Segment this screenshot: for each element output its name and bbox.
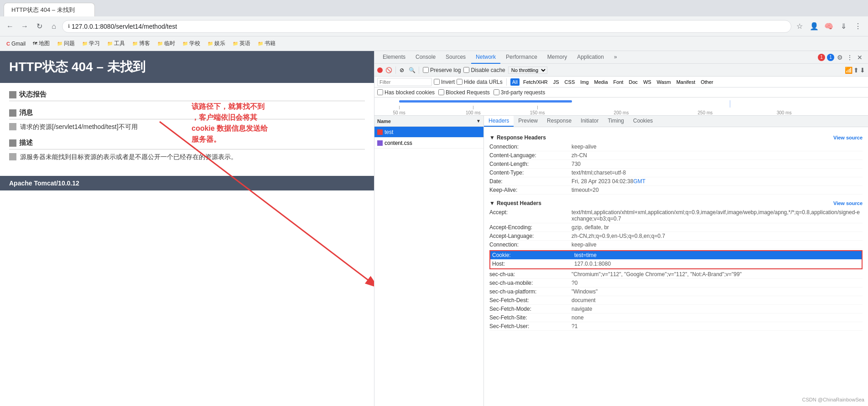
request-item-css[interactable]: content.css [374, 138, 483, 149]
disable-cache-checkbox[interactable]: Disable cache [463, 67, 505, 73]
request-headers-list: Accept: text/html,application/xhtml+xml,… [489, 208, 863, 331]
filter-ws[interactable]: WS [641, 78, 653, 86]
third-party-input[interactable] [494, 89, 499, 95]
bookmark-linshi[interactable]: 📁 临时 [155, 39, 178, 48]
has-blocked-cookies-checkbox[interactable]: Has blocked cookies [377, 89, 435, 96]
tab-performance[interactable]: Performance [501, 51, 542, 64]
filter-all[interactable]: All [510, 78, 520, 86]
folder-icon: 📁 [57, 41, 62, 46]
filter-wasm[interactable]: Wasm [655, 78, 673, 86]
hide-data-urls-checkbox[interactable]: Hide data URLs [457, 79, 503, 85]
disable-cache-input[interactable] [463, 67, 469, 73]
filter-input[interactable] [377, 78, 432, 86]
filter-fetch-xhr[interactable]: Fetch/XHR [521, 78, 550, 86]
preserve-log-checkbox[interactable]: Preserve log [423, 67, 461, 73]
bookmark-gmail[interactable]: C Gmail [4, 40, 28, 48]
watermark: CSDN @ChinaRainbowSea [802, 397, 864, 402]
forward-button[interactable]: → [18, 20, 31, 33]
download-icon[interactable]: ⬇ [860, 67, 865, 74]
blocked-requests-checkbox[interactable]: Blocked Requests [438, 89, 490, 96]
divider [395, 67, 396, 74]
invert-checkbox[interactable]: Invert [434, 79, 455, 85]
bookmark-yule[interactable]: 📁 娱乐 [205, 39, 228, 48]
blocked-requests-input[interactable] [438, 89, 444, 95]
bookmark-shuju[interactable]: 📁 书籍 [255, 39, 278, 48]
extension-button[interactable]: 🧠 [822, 20, 835, 33]
network-filter-bar: Invert Hide data URLs All Fetch/XHR JS C… [374, 77, 868, 87]
section-icon [9, 91, 16, 98]
tab-more[interactable]: » [609, 51, 622, 64]
details-tab-timing[interactable]: Timing [603, 116, 629, 127]
back-button[interactable]: ← [4, 20, 16, 33]
filter-css[interactable]: CSS [563, 78, 577, 86]
tab-application[interactable]: Application [572, 51, 608, 64]
bookmark-xuexiao[interactable]: 📁 学校 [180, 39, 203, 48]
downloads-button[interactable]: ⇓ [837, 20, 850, 33]
reload-button[interactable]: ↻ [33, 20, 46, 33]
bookmark-button[interactable]: ☆ [793, 20, 806, 33]
tab-elements[interactable]: Elements [378, 51, 410, 64]
filter-doc[interactable]: Doc [627, 78, 640, 86]
devtools-close-btn[interactable]: ✕ [855, 53, 864, 62]
section-icon2 [9, 109, 16, 117]
response-view-source[interactable]: View source [833, 135, 863, 140]
throttling-select[interactable]: No throttling Fast 3G Slow 3G Offline [508, 67, 547, 74]
filter-img[interactable]: Img [578, 78, 590, 86]
invert-label: Invert [441, 79, 455, 85]
third-party-checkbox[interactable]: 3rd-party requests [494, 89, 545, 96]
search-icon[interactable]: 🔍 [409, 67, 415, 73]
tab-title: HTTP状态 404 – 未找到 [11, 6, 75, 14]
bookmark-boke[interactable]: 📁 博客 [130, 39, 153, 48]
response-headers-list: Connection: keep-alive Content-Language:… [489, 143, 863, 195]
request-item-test[interactable]: test [374, 127, 483, 138]
filter-manifest[interactable]: Manifest [675, 78, 697, 86]
header-connection: Connection: keep-alive [489, 143, 863, 151]
tab-sources[interactable]: Sources [441, 51, 470, 64]
details-panel: Headers Preview Response Initiator Timin… [484, 116, 868, 406]
more-button[interactable]: ⋮ [852, 20, 864, 33]
req-header-connection: Connection: keep-alive [489, 241, 863, 249]
bookmark-yingyu[interactable]: 📁 英语 [230, 39, 253, 48]
network-toolbar: 🚫 ⊘ 🔍 Preserve log Disable cache No thro… [374, 64, 868, 77]
filter-js[interactable]: JS [551, 78, 561, 86]
record-button[interactable] [377, 67, 383, 73]
profile-button[interactable]: 👤 [808, 20, 821, 33]
details-tab-headers[interactable]: Headers [484, 116, 514, 127]
details-tab-response[interactable]: Response [542, 116, 576, 127]
browser-tab[interactable]: HTTP状态 404 – 未找到 [4, 3, 95, 16]
tab-memory[interactable]: Memory [543, 51, 572, 64]
filter-other[interactable]: Other [699, 78, 715, 86]
devtools-more-btn[interactable]: ⋮ [845, 53, 854, 62]
req-header-sec-ch-ua: sec-ch-ua: "Chromium";v="112", "Google C… [489, 270, 863, 279]
filter-font[interactable]: Font [612, 78, 625, 86]
preserve-log-input[interactable] [423, 67, 429, 73]
address-text[interactable]: 127.0.0.1:8080/servlet14/method/test [72, 23, 177, 30]
details-tab-cookies[interactable]: Cookies [629, 116, 657, 127]
details-tab-preview[interactable]: Preview [514, 116, 542, 127]
wifi-icon[interactable]: 📶 [845, 67, 852, 74]
has-blocked-cookies-input[interactable] [377, 89, 383, 95]
filter-icon[interactable]: ⊘ [400, 67, 406, 73]
warning-badge: 1 [827, 54, 834, 61]
divider3 [506, 78, 507, 86]
tab-console[interactable]: Console [411, 51, 440, 64]
gmt-link[interactable]: GMT [633, 178, 645, 185]
invert-input[interactable] [434, 79, 440, 85]
preserve-log-label: Preserve log [430, 67, 461, 73]
hide-data-urls-input[interactable] [457, 79, 463, 85]
devtools-tabs: Elements Console Sources Network Perform… [374, 51, 868, 64]
home-button[interactable]: ⌂ [47, 20, 60, 33]
request-view-source[interactable]: View source [833, 200, 863, 206]
tab-network[interactable]: Network [471, 51, 500, 64]
bookmark-map[interactable]: 🗺 地图 [30, 39, 52, 48]
timeline-label-250: 250 ms [698, 110, 713, 115]
upload-icon[interactable]: ⬆ [853, 67, 859, 74]
devtools-settings-btn[interactable]: ⚙ [835, 53, 844, 62]
clear-button[interactable]: 🚫 [385, 67, 392, 73]
bookmark-label: 学习 [89, 40, 100, 47]
bookmark-wenti[interactable]: 📁 问题 [54, 39, 78, 48]
details-tab-initiator[interactable]: Initiator [576, 116, 603, 127]
filter-media[interactable]: Media [593, 78, 610, 86]
bookmark-gongju[interactable]: 📁 工具 [104, 39, 128, 48]
bookmark-xuexi[interactable]: 📁 学习 [79, 39, 103, 48]
